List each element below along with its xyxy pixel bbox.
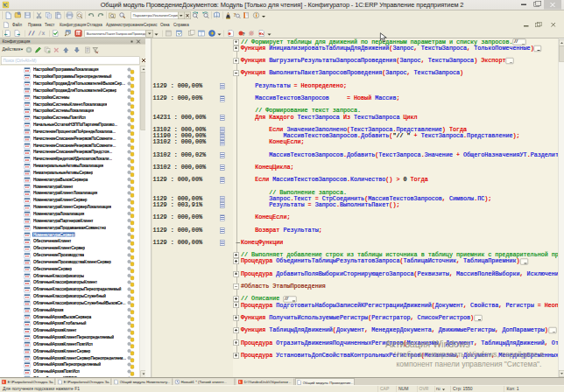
svg-text:/x: /x — [39, 30, 46, 37]
svg-text:?: ? — [243, 32, 245, 37]
svg-text:?: ? — [234, 12, 236, 18]
svg-text://: // — [28, 30, 35, 37]
